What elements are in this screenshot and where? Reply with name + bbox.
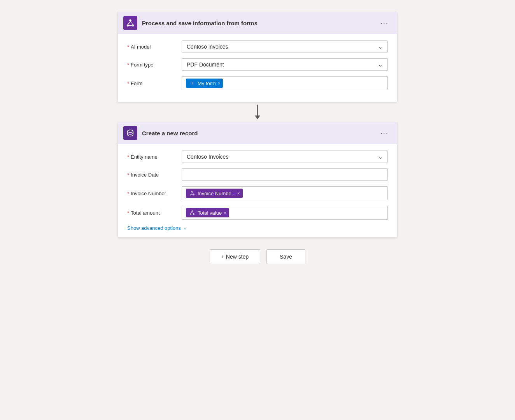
ai-model-row: *AI model Contoso invoices ⌄ xyxy=(127,40,388,53)
card1-icon xyxy=(123,16,137,30)
card2-body: *Entity name Contoso Invoices ⌄ *Invoice… xyxy=(118,144,397,237)
form-type-chevron-icon: ⌄ xyxy=(378,61,383,68)
show-advanced-options[interactable]: Show advanced options ⌄ xyxy=(127,225,388,231)
ai-model-label: *AI model xyxy=(127,44,182,50)
svg-line-19 xyxy=(192,212,194,214)
svg-point-0 xyxy=(129,19,131,22)
invoice-number-tag-close[interactable]: × xyxy=(238,191,240,196)
form-row: *Form f My form × xyxy=(127,76,388,90)
svg-point-9 xyxy=(192,191,193,192)
arrow-connector-1 xyxy=(255,105,260,119)
svg-line-12 xyxy=(191,192,192,194)
invoice-date-label: *Invoice Date xyxy=(127,172,182,178)
form-type-dropdown[interactable]: PDF Document ⌄ xyxy=(182,58,388,71)
svg-line-3 xyxy=(128,21,130,24)
invoice-date-input[interactable] xyxy=(182,168,388,181)
entity-name-dropdown[interactable]: Contoso Invoices ⌄ xyxy=(182,150,388,163)
card1-header: Process and save information from forms … xyxy=(118,12,397,34)
invoice-date-row: *Invoice Date xyxy=(127,168,388,181)
card-process-forms: Process and save information from forms … xyxy=(117,12,398,102)
invoice-number-label: *Invoice Number xyxy=(127,191,182,196)
invoice-number-row: *Invoice Number xyxy=(127,186,388,200)
card2-header: Create a new record ··· xyxy=(118,122,397,144)
form-control: f My form × xyxy=(182,76,388,90)
form-icon: f xyxy=(189,80,196,87)
card1-title: Process and save information from forms xyxy=(142,20,377,26)
total-amount-control: Total value × xyxy=(182,206,388,220)
ai-icon-invoice xyxy=(189,190,196,197)
svg-point-8 xyxy=(128,130,133,132)
entity-name-row: *Entity name Contoso Invoices ⌄ xyxy=(127,150,388,163)
form-tag-input[interactable]: f My form × xyxy=(182,76,388,90)
invoice-date-control xyxy=(182,168,388,181)
total-amount-row: *Total amount xyxy=(127,206,388,220)
form-type-control: PDF Document ⌄ xyxy=(182,58,388,71)
form-tag: f My form × xyxy=(186,79,223,88)
arrow-head xyxy=(255,116,260,119)
svg-line-18 xyxy=(191,212,192,214)
invoice-number-tag-input[interactable]: Invoice Numbe... × xyxy=(182,186,388,200)
card2-menu-button[interactable]: ··· xyxy=(377,128,392,139)
ai-model-dropdown[interactable]: Contoso invoices ⌄ xyxy=(182,40,388,53)
total-amount-tag: Total value × xyxy=(186,208,229,217)
entity-name-chevron-icon: ⌄ xyxy=(378,154,383,160)
card-create-record: Create a new record ··· *Entity name Con… xyxy=(117,122,398,238)
svg-point-15 xyxy=(192,210,193,212)
card2-title: Create a new record xyxy=(142,130,377,136)
form-label: *Form xyxy=(127,80,182,86)
entity-name-control: Contoso Invoices ⌄ xyxy=(182,150,388,163)
show-advanced-chevron-icon: ⌄ xyxy=(183,226,187,231)
save-button[interactable]: Save xyxy=(266,249,305,264)
card1-body: *AI model Contoso invoices ⌄ *Form type … xyxy=(118,34,397,102)
ai-icon-total xyxy=(189,209,196,216)
invoice-number-control: Invoice Numbe... × xyxy=(182,186,388,200)
arrow-line xyxy=(257,105,258,116)
svg-line-4 xyxy=(130,21,133,24)
total-amount-tag-close[interactable]: × xyxy=(224,210,226,215)
form-type-label: *Form type xyxy=(127,62,182,68)
svg-line-13 xyxy=(192,192,194,194)
new-step-button[interactable]: + New step xyxy=(210,249,260,264)
ai-model-control: Contoso invoices ⌄ xyxy=(182,40,388,53)
ai-model-chevron-icon: ⌄ xyxy=(378,44,383,50)
total-amount-label: *Total amount xyxy=(127,210,182,216)
entity-name-label: *Entity name xyxy=(127,154,182,160)
card2-icon xyxy=(123,126,137,140)
total-amount-tag-input[interactable]: Total value × xyxy=(182,206,388,220)
form-tag-close[interactable]: × xyxy=(218,81,220,86)
card1-menu-button[interactable]: ··· xyxy=(377,18,392,29)
form-type-row: *Form type PDF Document ⌄ xyxy=(127,58,388,71)
invoice-number-tag: Invoice Numbe... × xyxy=(186,189,243,198)
page-container: Process and save information from forms … xyxy=(117,8,398,412)
bottom-buttons: + New step Save xyxy=(210,249,305,264)
